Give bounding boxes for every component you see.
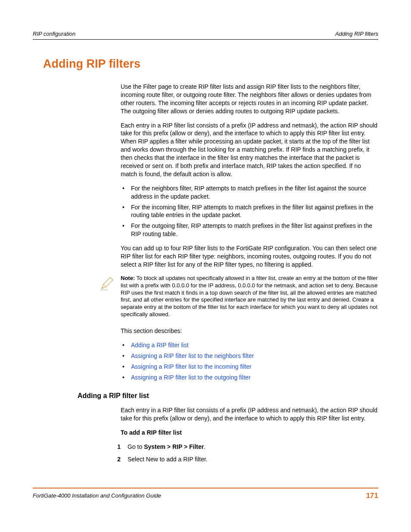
running-header: RIP configuration Adding RIP filters bbox=[33, 30, 378, 40]
bullet-icon: • bbox=[121, 203, 131, 220]
bullet-text: For the neighbors filter, RIP attempts t… bbox=[131, 184, 378, 201]
link-item: • Assigning a RIP filter list to the out… bbox=[121, 373, 378, 382]
step-item: 1 Go to System > RIP > Filter. bbox=[115, 443, 378, 451]
link-item: • Assigning a RIP filter list to the inc… bbox=[121, 363, 378, 371]
page-title: Adding RIP filters bbox=[43, 56, 378, 72]
note-text: Note: To block all updates not specifica… bbox=[121, 275, 378, 318]
filter-type-bullets: • For the neighbors filter, RIP attempts… bbox=[121, 184, 378, 238]
page-footer: FortiGate-4000 Installation and Configur… bbox=[33, 488, 378, 501]
link-item: • Assigning a RIP filter list to the nei… bbox=[121, 352, 378, 360]
note-block: Note: To block all updates not specifica… bbox=[99, 275, 378, 318]
link-adding-filter-list[interactable]: Adding a RIP filter list bbox=[131, 342, 189, 348]
section-describes: This section describes: bbox=[121, 327, 378, 335]
bullet-icon: • bbox=[121, 341, 131, 349]
bullet-icon: • bbox=[121, 373, 131, 382]
bullet-icon: • bbox=[121, 184, 131, 201]
paragraph-filter-lists: You can add up to four RIP filter lists … bbox=[121, 244, 378, 269]
procedure-steps: 1 Go to System > RIP > Filter. 2 Select … bbox=[121, 443, 378, 464]
intro-paragraph-2: Each entry in a RIP filter list consists… bbox=[121, 121, 378, 178]
footer-guide-title: FortiGate-4000 Installation and Configur… bbox=[33, 492, 161, 500]
step-text: Select New to add a RIP filter. bbox=[128, 455, 378, 464]
header-right: Adding RIP filters bbox=[335, 30, 378, 38]
step-item: 2 Select New to add a RIP filter. bbox=[115, 455, 378, 464]
bullet-icon: • bbox=[121, 363, 131, 371]
bullet-text: For the outgoing filter, RIP attempts to… bbox=[131, 222, 378, 238]
header-left: RIP configuration bbox=[33, 30, 75, 38]
bullet-item: • For the outgoing filter, RIP attempts … bbox=[121, 222, 378, 238]
footer-page-number: 171 bbox=[366, 491, 378, 501]
note-pencil-icon bbox=[99, 275, 121, 294]
step-text: Go to System > RIP > Filter. bbox=[128, 443, 378, 451]
note-body: To block all updates not specifically al… bbox=[121, 275, 378, 317]
step-number: 1 bbox=[115, 443, 128, 451]
step-text-post: . bbox=[204, 443, 206, 450]
bullet-icon: • bbox=[121, 222, 131, 238]
bullet-item: • For the neighbors filter, RIP attempts… bbox=[121, 184, 378, 201]
step-text-pre: Go to bbox=[128, 443, 144, 450]
bullet-item: • For the incoming filter, RIP attempts … bbox=[121, 203, 378, 220]
step-number: 2 bbox=[115, 455, 128, 464]
subsection-intro: Each entry in a RIP filter list consists… bbox=[121, 406, 378, 423]
section-links: • Adding a RIP filter list • Assigning a… bbox=[121, 341, 378, 382]
step-text-bold: System > RIP > Filter bbox=[144, 443, 204, 450]
bullet-text: For the incoming filter, RIP attempts to… bbox=[131, 203, 378, 220]
link-item: • Adding a RIP filter list bbox=[121, 341, 378, 349]
link-neighbors-filter[interactable]: Assigning a RIP filter list to the neigh… bbox=[131, 352, 254, 359]
procedure-heading: To add a RIP filter list bbox=[121, 429, 378, 437]
intro-paragraph-1: Use the Filter page to create RIP filter… bbox=[121, 83, 378, 115]
bullet-icon: • bbox=[121, 352, 131, 360]
link-outgoing-filter[interactable]: Assigning a RIP filter list to the outgo… bbox=[131, 374, 251, 381]
note-label: Note: bbox=[121, 275, 135, 281]
subsection-title: Adding a RIP filter list bbox=[78, 391, 378, 401]
link-incoming-filter[interactable]: Assigning a RIP filter list to the incom… bbox=[131, 363, 252, 370]
